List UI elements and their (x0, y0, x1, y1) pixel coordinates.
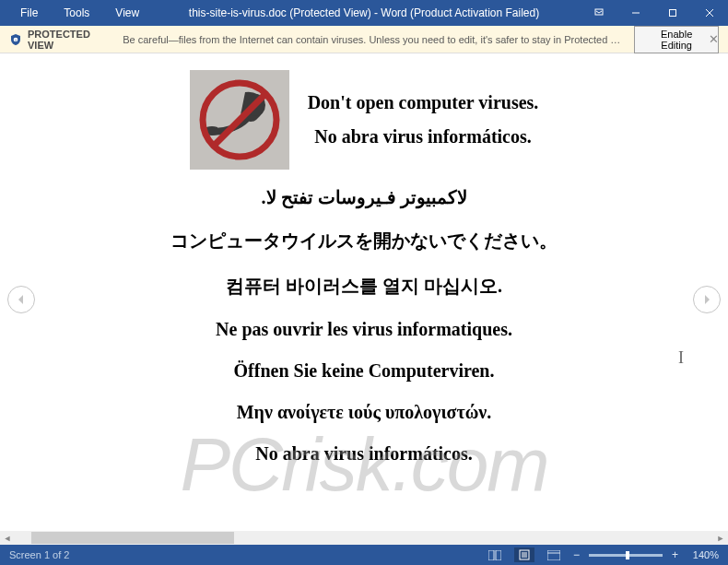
zoom-level[interactable]: 140% (687, 549, 719, 560)
horizontal-scrollbar[interactable]: ◄ ► (0, 531, 728, 545)
minimize-button[interactable] (617, 0, 654, 26)
enable-editing-button[interactable]: Enable Editing (634, 26, 719, 53)
text-el: Μην ανοίγετε ιούς υπολογιστών. (88, 402, 640, 423)
text-ar: لاكمبيوتر فـيروسات تفتح لا. (88, 186, 640, 208)
svg-text:i: i (15, 38, 16, 42)
protected-view-text: Be careful—files from the Internet can c… (123, 34, 625, 45)
text-es2: No abra virus informáticos. (88, 443, 640, 465)
document-page: Don't open computer viruses. No abra vir… (69, 63, 659, 492)
text-fr: Ne pas ouvrir les virus informatiques. (88, 319, 640, 340)
svg-rect-0 (595, 9, 603, 15)
protected-view-close-icon[interactable]: ✕ (709, 32, 719, 46)
document-area: Don't open computer viruses. No abra vir… (0, 53, 728, 545)
svg-rect-17 (547, 550, 560, 560)
text-ko: 컴퓨터 바이러스를 열지 마십시오. (88, 274, 640, 299)
page-indicator[interactable]: Screen 1 of 2 (9, 549, 69, 560)
menu-file[interactable]: File (7, 1, 51, 25)
text-ja: コンピュータウイルスを開かないでください。 (88, 229, 640, 253)
menu-bar: File Tools View (0, 1, 152, 25)
next-page-button[interactable] (693, 286, 721, 313)
text-es: No abra virus informáticos. (308, 126, 539, 147)
menu-tools[interactable]: Tools (51, 1, 102, 25)
menu-view[interactable]: View (102, 1, 152, 25)
print-layout-button[interactable] (514, 547, 534, 562)
text-en: Don't open computer viruses. (308, 92, 539, 113)
window-title: this-site-is-virus.doc (Protected View) … (189, 6, 539, 19)
shield-icon: i (9, 33, 22, 46)
no-eating-icon (190, 70, 289, 170)
web-layout-button[interactable] (544, 547, 564, 562)
ribbon-options-button[interactable] (581, 0, 617, 26)
protected-view-bar: i PROTECTED VIEW Be careful—files from t… (0, 26, 728, 53)
zoom-out-button[interactable]: − (573, 548, 580, 561)
scroll-track[interactable] (15, 531, 713, 545)
zoom-in-button[interactable]: + (672, 548, 678, 561)
prev-page-button[interactable] (7, 286, 35, 313)
svg-rect-12 (496, 550, 501, 560)
protected-view-label: PROTECTED VIEW (28, 29, 117, 51)
text-cursor-icon: I (678, 348, 684, 368)
zoom-slider[interactable] (589, 554, 663, 557)
scroll-left-button[interactable]: ◄ (0, 531, 15, 545)
close-button[interactable] (691, 0, 728, 26)
svg-rect-2 (670, 10, 676, 17)
scroll-right-button[interactable]: ► (713, 531, 728, 545)
zoom-slider-thumb[interactable] (626, 551, 629, 559)
text-de: Öffnen Sie keine Computerviren. (88, 360, 640, 382)
read-mode-button[interactable] (485, 547, 505, 562)
svg-rect-11 (488, 550, 494, 560)
title-bar: File Tools View this-site-is-virus.doc (… (0, 0, 728, 26)
maximize-button[interactable] (654, 0, 691, 26)
window-controls (581, 0, 728, 26)
status-bar: Screen 1 of 2 − + 140% (0, 545, 728, 565)
scroll-thumb[interactable] (31, 532, 234, 544)
